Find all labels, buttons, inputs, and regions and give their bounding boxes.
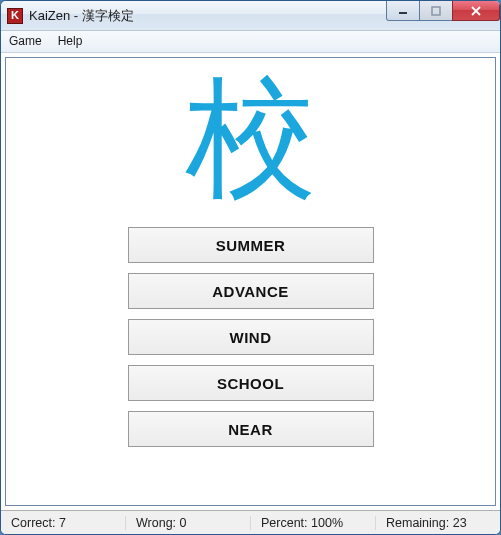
status-wrong-label: Wrong: — [136, 516, 176, 530]
answer-button-2[interactable]: ADVANCE — [128, 273, 374, 309]
answer-button-5[interactable]: NEAR — [128, 411, 374, 447]
menu-help[interactable]: Help — [50, 31, 91, 52]
answer-button-4[interactable]: SCHOOL — [128, 365, 374, 401]
status-percent-label: Percent: — [261, 516, 308, 530]
answer-button-3[interactable]: WIND — [128, 319, 374, 355]
svg-rect-1 — [432, 7, 440, 15]
window-title: KaiZen - 漢字検定 — [29, 7, 134, 25]
app-window: K KaiZen - 漢字検定 Game Help 校 SUMMER ADVAN… — [0, 0, 501, 535]
status-remaining-label: Remaining: — [386, 516, 449, 530]
status-remaining-value: 23 — [453, 516, 467, 530]
status-percent: Percent: 100% — [251, 516, 376, 530]
status-wrong: Wrong: 0 — [126, 516, 251, 530]
client-area: 校 SUMMER ADVANCE WIND SCHOOL NEAR — [5, 57, 496, 506]
menubar: Game Help — [1, 31, 500, 53]
status-wrong-value: 0 — [180, 516, 187, 530]
status-percent-value: 100% — [311, 516, 343, 530]
minimize-button[interactable] — [386, 1, 420, 21]
answer-list: SUMMER ADVANCE WIND SCHOOL NEAR — [128, 227, 374, 447]
status-correct-value: 7 — [59, 516, 66, 530]
kanji-prompt: 校 — [186, 66, 316, 209]
status-correct: Correct: 7 — [1, 516, 126, 530]
maximize-button — [419, 1, 453, 21]
answer-button-1[interactable]: SUMMER — [128, 227, 374, 263]
status-remaining: Remaining: 23 — [376, 516, 500, 530]
menu-game[interactable]: Game — [1, 31, 50, 52]
window-controls — [387, 1, 500, 21]
app-icon: K — [7, 8, 23, 24]
status-correct-label: Correct: — [11, 516, 55, 530]
close-button[interactable] — [452, 1, 500, 21]
titlebar[interactable]: K KaiZen - 漢字検定 — [1, 1, 500, 31]
statusbar: Correct: 7 Wrong: 0 Percent: 100% Remain… — [1, 510, 500, 534]
